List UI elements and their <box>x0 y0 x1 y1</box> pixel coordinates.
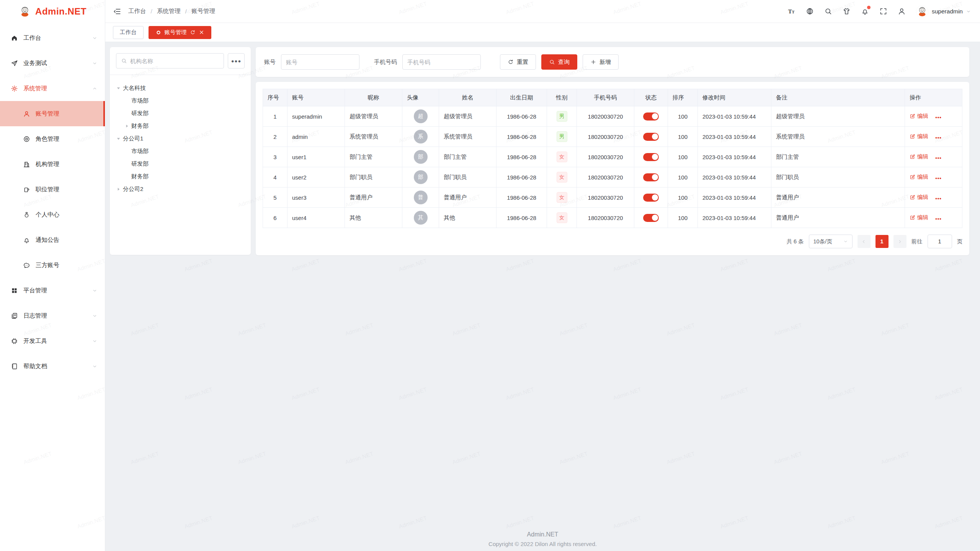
table-row: 1 superadmin 超级管理员 超 超级管理员 1986-06-28 男 … <box>263 106 962 127</box>
more-actions-button[interactable]: ••• <box>935 135 942 140</box>
menu-item[interactable]: 系统管理 <box>0 76 105 101</box>
gender-badge: 女 <box>557 192 567 203</box>
cell-modified-time: 2023-01-03 10:59:44 <box>698 147 771 167</box>
cell-avatar: 其 <box>402 208 439 228</box>
menu-item[interactable]: 工作台 <box>0 25 105 51</box>
tree-caret-icon[interactable] <box>116 86 121 91</box>
language-icon[interactable] <box>806 7 814 15</box>
profile-icon <box>23 211 30 218</box>
menu-item[interactable]: 机构管理 <box>0 152 105 177</box>
edit-button[interactable]: 编辑 <box>910 194 928 201</box>
avatar: 部 <box>414 150 428 164</box>
breadcrumb-item[interactable]: 账号管理 <box>191 7 215 15</box>
tree-node[interactable]: 大名科技 <box>116 82 245 95</box>
menu-item[interactable]: 业务测试 <box>0 51 105 76</box>
more-actions-button[interactable]: ••• <box>935 175 942 181</box>
menu-item[interactable]: 三方账号 <box>0 253 105 278</box>
tree-caret-icon[interactable] <box>124 149 129 154</box>
edit-button[interactable]: 编辑 <box>910 133 928 140</box>
edit-button[interactable]: 编辑 <box>910 173 928 181</box>
notification-bell-icon[interactable] <box>861 7 869 15</box>
tab-account-management[interactable]: 账号管理 <box>149 26 211 39</box>
user-outline-icon[interactable] <box>898 7 906 15</box>
user-avatar <box>916 5 928 18</box>
tree-caret-icon[interactable] <box>124 161 129 166</box>
topbar-tools <box>787 7 906 15</box>
app-logo[interactable]: Admin.NET <box>0 0 105 23</box>
cell-gender: 女 <box>547 167 577 187</box>
edit-button[interactable]: 编辑 <box>910 214 928 221</box>
cell-gender: 女 <box>547 187 577 208</box>
tree-caret-icon[interactable] <box>124 111 129 116</box>
gender-badge: 女 <box>557 152 567 162</box>
tree-node[interactable]: 研发部 <box>116 158 245 170</box>
tree-node[interactable]: 财务部 <box>116 170 245 183</box>
page-size-select[interactable]: 10条/页 <box>809 235 853 248</box>
tree-node-label: 财务部 <box>131 122 149 130</box>
tree-caret-icon[interactable] <box>124 174 129 179</box>
menu-item[interactable]: 职位管理 <box>0 177 105 202</box>
tree-node[interactable]: 分公司1 <box>116 132 245 145</box>
tree-node[interactable]: 市场部 <box>116 145 245 158</box>
tree-caret-icon[interactable] <box>116 136 121 141</box>
menu-item[interactable]: 日志管理 <box>0 303 105 328</box>
status-toggle[interactable] <box>643 214 659 222</box>
page-goto-input[interactable] <box>928 235 952 248</box>
query-button[interactable]: 查询 <box>541 54 577 70</box>
account-input[interactable] <box>286 59 354 65</box>
menu-item[interactable]: 个人中心 <box>0 202 105 227</box>
cell-phone: 18020030720 <box>577 208 634 228</box>
phone-input[interactable] <box>407 59 476 65</box>
cell-account: user3 <box>287 187 345 208</box>
reset-button[interactable]: 重置 <box>500 54 536 70</box>
tree-node[interactable]: 研发部 <box>116 107 245 120</box>
chevron-icon <box>92 288 97 293</box>
tree-caret-icon[interactable] <box>116 187 121 192</box>
tree-node[interactable]: 财务部 <box>116 120 245 132</box>
current-page[interactable]: 1 <box>875 235 889 248</box>
tab-workbench[interactable]: 工作台 <box>113 26 144 39</box>
more-actions-button[interactable]: ••• <box>935 155 942 161</box>
edit-icon <box>910 154 915 160</box>
close-icon[interactable] <box>199 29 204 35</box>
search-icon[interactable] <box>824 7 832 15</box>
menu-item[interactable]: 通知公告 <box>0 227 105 253</box>
tree-node[interactable]: 分公司2 <box>116 183 245 196</box>
status-toggle[interactable] <box>643 133 659 141</box>
status-toggle[interactable] <box>643 173 659 181</box>
sidebar: Admin.NET 工作台 业务测试 系统管理 账号管 <box>0 0 105 551</box>
chevron-icon <box>92 238 97 243</box>
breadcrumb-item[interactable]: 系统管理 <box>157 7 181 15</box>
next-page-button[interactable] <box>893 235 906 248</box>
more-actions-button[interactable]: ••• <box>935 216 942 222</box>
edit-button[interactable]: 编辑 <box>910 153 928 160</box>
org-search-input[interactable] <box>130 58 219 64</box>
edit-button[interactable]: 编辑 <box>910 112 928 120</box>
breadcrumb-item[interactable]: 工作台 <box>128 7 146 15</box>
more-actions-button[interactable]: ••• <box>935 196 942 201</box>
tree-caret-icon[interactable] <box>124 98 129 103</box>
menu-item[interactable]: 开发工具 <box>0 328 105 354</box>
prev-page-button[interactable] <box>858 235 871 248</box>
tree-node[interactable]: 市场部 <box>116 95 245 107</box>
fullscreen-icon[interactable] <box>879 7 887 15</box>
theme-shirt-icon[interactable] <box>843 7 851 15</box>
menu-item[interactable]: 账号管理 <box>0 101 105 126</box>
tree-caret-icon[interactable] <box>124 124 129 129</box>
refresh-icon[interactable] <box>190 29 196 35</box>
tree-more-button[interactable]: ●●● <box>228 53 245 68</box>
status-toggle[interactable] <box>643 112 659 121</box>
user-menu[interactable]: superadmin <box>916 5 971 18</box>
more-actions-button[interactable]: ••• <box>935 114 942 120</box>
status-toggle[interactable] <box>643 153 659 161</box>
menu-fold-icon[interactable] <box>113 7 121 16</box>
font-size-icon[interactable] <box>787 7 795 15</box>
gender-badge: 女 <box>557 172 567 183</box>
status-toggle[interactable] <box>643 194 659 202</box>
sidebar-menu: 工作台 业务测试 系统管理 账号管理 角 <box>0 23 105 379</box>
column-header: 备注 <box>771 89 905 106</box>
menu-item[interactable]: 帮助文档 <box>0 354 105 379</box>
menu-item[interactable]: 角色管理 <box>0 126 105 152</box>
menu-item[interactable]: 平台管理 <box>0 278 105 303</box>
add-button[interactable]: 新增 <box>583 54 619 70</box>
